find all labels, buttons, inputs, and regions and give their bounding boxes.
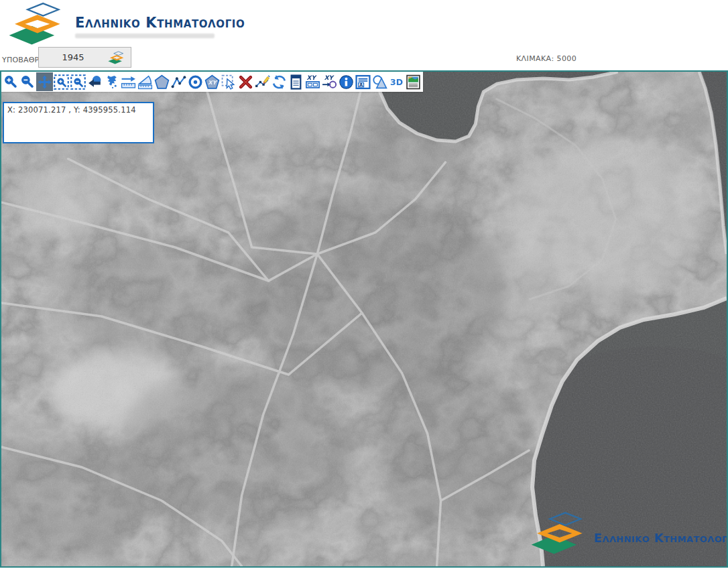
tool-legend-button[interactable]: A <box>355 72 371 91</box>
watermark-title: Ελληνικο Κτηματολογιο <box>594 531 728 545</box>
tool-identify-button[interactable] <box>338 72 355 91</box>
svg-text:XY: XY <box>307 74 318 81</box>
header: Ελληνικο Κτηματολογιο ΥΠΟΒΑΘΡΟ: 1945 ΚΛΙ… <box>0 0 728 70</box>
tool-select-features-button[interactable] <box>221 72 237 91</box>
pan-icon <box>37 74 52 90</box>
tool-zoom-out-window-button[interactable] <box>70 72 86 91</box>
measure-distance-icon <box>121 74 136 90</box>
measure-area-icon <box>137 74 153 90</box>
coordinates-box: X: 230071.217 , Y: 4395955.114 <box>3 102 154 143</box>
tool-pan-button[interactable] <box>36 72 53 91</box>
tool-full-extent-greece-button[interactable] <box>103 72 120 91</box>
delete-graphics-icon <box>238 74 253 90</box>
attribute-table-icon <box>288 74 304 90</box>
scale-label: ΚΛΙΜΑΚΑ: <box>516 54 554 63</box>
aerial-photo-map[interactable] <box>1 72 727 566</box>
view-3d-icon: 3D <box>389 74 404 90</box>
tool-draw-polygon-button[interactable] <box>154 72 170 91</box>
zoom-out-window-icon <box>70 74 86 90</box>
tool-overview-shapes-button[interactable] <box>371 72 388 91</box>
tool-draw-polyline-button[interactable] <box>170 72 187 91</box>
identify-icon <box>339 74 354 90</box>
brand-subtitle-faint <box>75 34 215 38</box>
tool-goto-xy-button[interactable]: XY <box>321 72 338 91</box>
basemap-select[interactable]: 1945 <box>38 47 131 68</box>
print-map-icon <box>406 74 421 90</box>
refresh-icon <box>271 74 287 90</box>
tool-edit-vertices-button[interactable] <box>254 72 271 91</box>
overview-shapes-icon <box>372 74 387 90</box>
tool-delete-graphics-button[interactable] <box>237 72 254 91</box>
map-toolbar: XYXYXYA3D <box>1 72 423 92</box>
tool-measure-distance-button[interactable] <box>120 72 137 91</box>
draw-polygon-icon <box>154 74 170 90</box>
map-watermark: Ελληνικο Κτηματολογιο <box>527 511 728 555</box>
scale-readout: ΚΛΙΜΑΚΑ: 5000 <box>516 54 577 63</box>
tool-view-3d-button[interactable]: 3D <box>388 72 405 91</box>
tool-attribute-table-button[interactable] <box>288 72 304 91</box>
svg-text:3D: 3D <box>390 77 403 87</box>
tool-refresh-button[interactable] <box>271 72 288 91</box>
edit-vertices-icon <box>255 74 270 90</box>
tool-zoom-out-button[interactable] <box>19 72 36 91</box>
basemap-logo-icon <box>107 51 125 64</box>
zoom-out-icon <box>20 74 36 90</box>
coordinates-readout: X: 230071.217 , Y: 4395955.114 <box>7 105 136 115</box>
basemap-value: 1945 <box>39 52 107 62</box>
watermark-logo-icon <box>527 511 587 555</box>
goto-xy-icon: XY <box>322 74 337 90</box>
tool-zoom-in-button[interactable] <box>3 72 19 91</box>
map-frame: XYXYXYA3D X: 230071.217 , Y: 4395955.114… <box>0 70 728 568</box>
ktimatologio-logo-icon <box>4 1 66 46</box>
tool-previous-extent-button[interactable] <box>86 72 103 91</box>
zoom-in-icon <box>3 74 19 90</box>
tool-polygon-coordinates-button[interactable]: XY <box>204 72 221 91</box>
tool-xy-coordinates-button[interactable]: XY <box>304 72 321 91</box>
svg-text:XY: XY <box>324 74 335 81</box>
draw-polyline-icon <box>171 74 186 90</box>
tool-print-map-button[interactable] <box>405 72 422 91</box>
zoom-in-window-icon <box>54 74 69 90</box>
svg-text:XY: XY <box>208 79 217 86</box>
select-features-icon <box>221 74 237 90</box>
xy-coordinates-icon: XY <box>305 74 320 90</box>
brand: Ελληνικο Κτηματολογιο <box>4 1 245 46</box>
scale-value: 5000 <box>557 54 577 63</box>
draw-circle-icon <box>188 74 203 90</box>
tool-draw-circle-button[interactable] <box>187 72 204 91</box>
legend-icon: A <box>355 74 371 90</box>
previous-extent-icon <box>87 74 103 90</box>
svg-text:A: A <box>359 82 363 87</box>
tool-measure-area-button[interactable] <box>137 72 154 91</box>
tool-zoom-in-window-button[interactable] <box>53 72 70 91</box>
full-extent-greece-icon <box>104 74 119 90</box>
brand-title: Ελληνικο Κτηματολογιο <box>75 15 245 31</box>
polygon-coordinates-icon: XY <box>204 74 220 90</box>
